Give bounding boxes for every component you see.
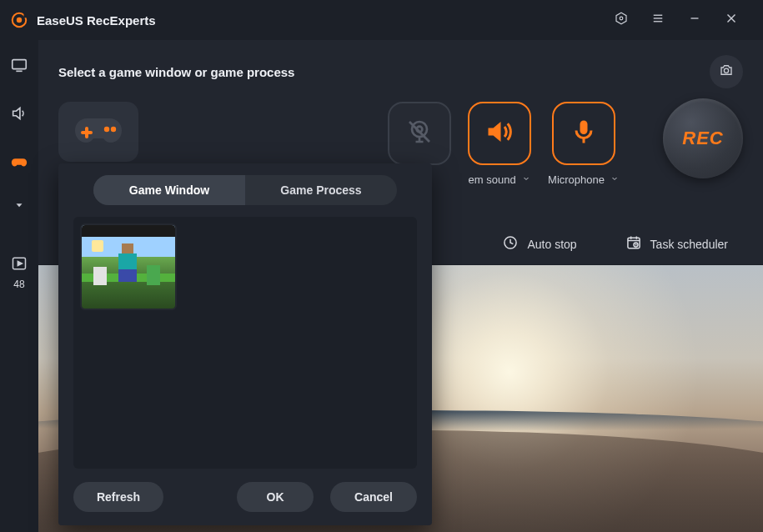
microphone-label: Microphone xyxy=(548,173,605,186)
svg-rect-2 xyxy=(24,13,29,18)
system-sound-label: em sound xyxy=(469,173,516,186)
caret-down-icon xyxy=(13,199,25,214)
svg-point-17 xyxy=(724,68,728,73)
tab-game-window[interactable]: Game Window xyxy=(93,175,245,205)
settings-button[interactable] xyxy=(603,0,640,40)
menu-icon xyxy=(650,11,665,29)
sidebar-item-screen[interactable] xyxy=(0,55,38,78)
webcam-toggle[interactable] xyxy=(388,102,451,165)
svg-point-1 xyxy=(17,18,22,23)
svg-rect-19 xyxy=(81,131,93,134)
game-thumbnail[interactable] xyxy=(82,225,175,309)
svg-marker-14 xyxy=(17,203,23,207)
hamburger-menu-button[interactable] xyxy=(640,0,676,40)
sidebar-library[interactable]: 48 xyxy=(11,255,28,290)
auto-stop-button[interactable]: Auto stop xyxy=(502,234,576,253)
modal-actions: Refresh OK Cancel xyxy=(73,469,417,512)
chevron-down-icon xyxy=(610,173,620,186)
sidebar-item-game[interactable] xyxy=(0,152,38,175)
speaker-icon xyxy=(10,104,28,126)
svg-point-20 xyxy=(104,127,109,132)
svg-marker-13 xyxy=(13,108,20,119)
task-scheduler-button[interactable]: Task scheduler xyxy=(625,234,728,253)
system-sound-toggle[interactable] xyxy=(468,102,531,165)
webcam-off-icon xyxy=(404,117,434,150)
gamepad-icon xyxy=(10,153,28,174)
clock-icon xyxy=(502,234,519,253)
game-source-block xyxy=(58,102,138,162)
refresh-button[interactable]: Refresh xyxy=(73,482,163,512)
game-source-button[interactable] xyxy=(58,102,138,162)
ok-button[interactable]: OK xyxy=(237,482,314,512)
svg-marker-16 xyxy=(18,262,22,266)
sidebar-item-audio[interactable] xyxy=(0,103,38,127)
sidebar-expand[interactable] xyxy=(0,195,38,218)
svg-point-22 xyxy=(412,122,427,137)
microphone-label-row[interactable]: Microphone xyxy=(548,173,620,186)
logo-icon xyxy=(10,11,28,29)
app-title: EaseUS RecExperts xyxy=(37,13,156,28)
system-sound-block: em sound xyxy=(468,102,531,186)
cancel-button[interactable]: Cancel xyxy=(330,482,417,512)
svg-rect-11 xyxy=(13,60,27,69)
ok-label: OK xyxy=(267,490,284,504)
svg-point-4 xyxy=(620,17,623,20)
microphone-icon xyxy=(569,117,599,150)
svg-marker-25 xyxy=(489,122,501,142)
modal-tabs: Game Window Game Process xyxy=(93,175,397,205)
app-logo: EaseUS RecExperts xyxy=(10,11,156,29)
microphone-toggle[interactable] xyxy=(552,102,615,165)
hexagon-settings-icon xyxy=(614,11,629,29)
gamepad-large-icon xyxy=(72,110,125,153)
tab-game-process[interactable]: Game Process xyxy=(245,175,397,205)
library-count: 48 xyxy=(13,279,24,290)
camera-icon xyxy=(719,63,734,81)
app-window: EaseUS RecExperts 48 xyxy=(0,0,763,532)
svg-rect-26 xyxy=(580,121,588,135)
tab-game-window-label: Game Window xyxy=(129,183,209,197)
titlebar: EaseUS RecExperts xyxy=(0,0,763,40)
chevron-down-icon xyxy=(521,173,531,186)
tab-game-process-label: Game Process xyxy=(280,183,361,197)
task-scheduler-label: Task scheduler xyxy=(650,238,728,251)
speaker-on-icon xyxy=(484,117,515,150)
record-label: REC xyxy=(682,128,723,149)
minimize-button[interactable] xyxy=(676,0,713,40)
refresh-label: Refresh xyxy=(97,490,140,504)
library-play-icon xyxy=(11,255,28,275)
sidebar: 48 xyxy=(0,40,38,532)
minimize-icon xyxy=(687,11,702,29)
close-icon xyxy=(724,11,739,29)
calendar-icon xyxy=(625,234,642,253)
record-button[interactable]: REC xyxy=(663,98,743,178)
game-selector-modal: Game Window Game Process Refresh OK xyxy=(58,163,432,525)
cancel-label: Cancel xyxy=(354,490,393,504)
microphone-block: Microphone xyxy=(548,102,620,186)
game-list[interactable] xyxy=(73,217,417,469)
close-button[interactable] xyxy=(713,0,750,40)
monitor-icon xyxy=(10,56,28,78)
svg-marker-3 xyxy=(616,13,626,24)
system-sound-label-row[interactable]: em sound xyxy=(469,173,531,186)
auto-stop-label: Auto stop xyxy=(527,238,576,251)
svg-point-21 xyxy=(111,127,116,132)
screenshot-button[interactable] xyxy=(710,55,743,88)
page-heading: Select a game window or game process xyxy=(58,65,294,79)
